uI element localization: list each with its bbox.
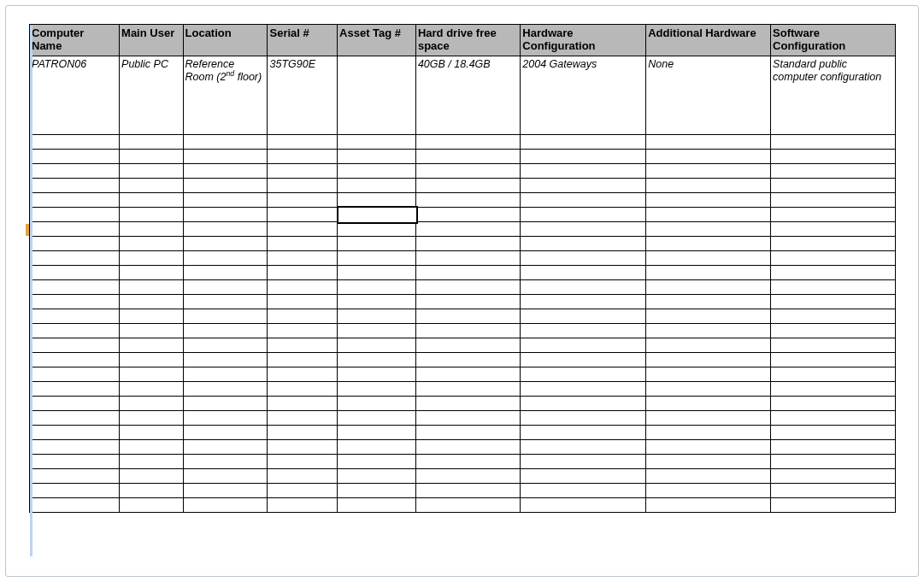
table-row[interactable] <box>30 279 896 294</box>
empty-cell[interactable] <box>30 134 120 149</box>
table-row[interactable] <box>30 163 896 178</box>
col-serial[interactable]: Serial # <box>268 25 338 56</box>
empty-cell[interactable] <box>183 338 268 352</box>
empty-cell[interactable] <box>30 265 120 279</box>
empty-cell[interactable] <box>120 323 183 338</box>
empty-cell[interactable] <box>338 338 416 352</box>
empty-cell[interactable] <box>30 367 120 381</box>
empty-cell[interactable] <box>338 178 416 192</box>
empty-cell[interactable] <box>268 468 338 483</box>
empty-cell[interactable] <box>268 192 338 207</box>
empty-cell[interactable] <box>30 279 120 294</box>
table-row[interactable] <box>30 367 896 381</box>
empty-cell[interactable] <box>120 367 183 381</box>
empty-cell[interactable] <box>120 352 183 367</box>
empty-cell[interactable] <box>338 468 416 483</box>
empty-cell[interactable] <box>120 192 183 207</box>
empty-cell[interactable] <box>771 207 896 221</box>
empty-cell[interactable] <box>521 207 646 221</box>
empty-cell[interactable] <box>30 497 120 512</box>
empty-cell[interactable] <box>30 396 120 410</box>
empty-cell[interactable] <box>338 265 416 279</box>
empty-cell[interactable] <box>30 439 120 454</box>
table-row[interactable] <box>30 410 896 425</box>
empty-cell[interactable] <box>338 367 416 381</box>
empty-cell[interactable] <box>415 163 520 178</box>
empty-cell[interactable] <box>771 309 896 323</box>
empty-cell[interactable] <box>30 207 120 221</box>
empty-cell[interactable] <box>521 410 646 425</box>
empty-cell[interactable] <box>415 192 520 207</box>
empty-cell[interactable] <box>183 425 268 439</box>
empty-cell[interactable] <box>338 410 416 425</box>
col-sw-config[interactable]: Software Configuration <box>771 25 896 56</box>
empty-cell[interactable] <box>30 468 120 483</box>
empty-cell[interactable] <box>338 381 416 396</box>
empty-cell[interactable] <box>521 439 646 454</box>
empty-cell[interactable] <box>415 265 520 279</box>
table-row[interactable] <box>30 381 896 396</box>
empty-cell[interactable] <box>30 178 120 192</box>
empty-cell[interactable] <box>120 439 183 454</box>
empty-cell[interactable] <box>646 279 771 294</box>
empty-cell[interactable] <box>338 250 416 265</box>
empty-cell[interactable] <box>268 294 338 309</box>
empty-cell[interactable] <box>521 294 646 309</box>
empty-cell[interactable] <box>120 497 183 512</box>
col-location[interactable]: Location <box>183 25 268 56</box>
empty-cell[interactable] <box>183 396 268 410</box>
empty-cell[interactable] <box>30 163 120 178</box>
empty-cell[interactable] <box>120 396 183 410</box>
empty-cell[interactable] <box>771 221 896 236</box>
empty-cell[interactable] <box>646 338 771 352</box>
empty-cell[interactable] <box>415 250 520 265</box>
empty-cell[interactable] <box>521 134 646 149</box>
empty-cell[interactable] <box>771 192 896 207</box>
empty-cell[interactable] <box>338 396 416 410</box>
empty-cell[interactable] <box>646 309 771 323</box>
table-row[interactable] <box>30 149 896 163</box>
empty-cell[interactable] <box>268 352 338 367</box>
cell-sw-config[interactable]: Standard public computer configuration <box>771 56 896 134</box>
col-asset-tag[interactable]: Asset Tag # <box>338 25 416 56</box>
empty-cell[interactable] <box>183 221 268 236</box>
empty-cell[interactable] <box>120 381 183 396</box>
empty-cell[interactable] <box>120 265 183 279</box>
col-hw-config[interactable]: Hardware Configuration <box>521 25 646 56</box>
empty-cell[interactable] <box>268 265 338 279</box>
empty-cell[interactable] <box>120 163 183 178</box>
empty-cell[interactable] <box>268 497 338 512</box>
table-row[interactable] <box>30 309 896 323</box>
empty-cell[interactable] <box>120 425 183 439</box>
empty-cell[interactable] <box>646 468 771 483</box>
cell-add-hw[interactable]: None <box>646 56 771 134</box>
empty-cell[interactable] <box>268 279 338 294</box>
col-computer-name[interactable]: Computer Name <box>30 25 120 56</box>
table-row[interactable] <box>30 236 896 250</box>
table-row[interactable] <box>30 468 896 483</box>
empty-cell[interactable] <box>338 221 416 236</box>
empty-cell[interactable] <box>30 338 120 352</box>
empty-cell[interactable] <box>771 381 896 396</box>
empty-cell[interactable] <box>521 265 646 279</box>
empty-cell[interactable] <box>646 294 771 309</box>
table-row[interactable] <box>30 294 896 309</box>
empty-cell[interactable] <box>183 497 268 512</box>
empty-cell[interactable] <box>120 410 183 425</box>
table-row[interactable] <box>30 483 896 497</box>
empty-cell[interactable] <box>415 497 520 512</box>
empty-cell[interactable] <box>521 309 646 323</box>
empty-cell[interactable] <box>415 381 520 396</box>
empty-cell[interactable] <box>415 396 520 410</box>
empty-cell[interactable] <box>771 338 896 352</box>
empty-cell[interactable] <box>521 323 646 338</box>
cell-location[interactable]: Reference Room (2nd floor) <box>183 56 268 134</box>
empty-cell[interactable] <box>771 149 896 163</box>
empty-cell[interactable] <box>646 163 771 178</box>
empty-cell[interactable] <box>268 163 338 178</box>
empty-cell[interactable] <box>30 425 120 439</box>
empty-cell[interactable] <box>268 454 338 468</box>
empty-cell[interactable] <box>30 381 120 396</box>
empty-cell[interactable] <box>30 221 120 236</box>
table-row[interactable] <box>30 338 896 352</box>
